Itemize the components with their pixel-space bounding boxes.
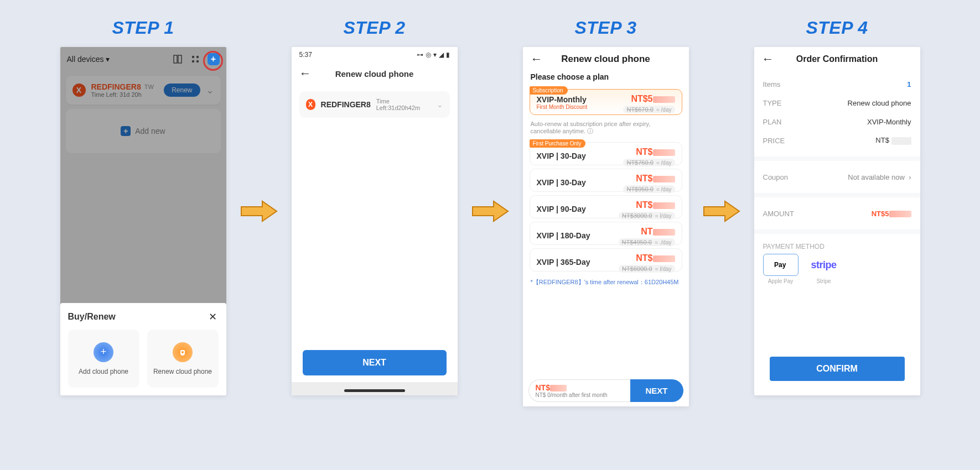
back-icon[interactable]: ←: [762, 52, 774, 66]
arrow-2: [471, 18, 510, 405]
device-row[interactable]: X REDFINGER8 Time Left:31d20h42m ⌄: [299, 91, 450, 118]
footer-price: NT$: [536, 383, 624, 392]
payment-stripe[interactable]: stripe Stripe: [806, 254, 842, 284]
coupon-row[interactable]: CouponNot available now ›: [763, 168, 911, 186]
type-label: TYPE: [763, 99, 782, 107]
plan-365[interactable]: NT$ NT$6000.0 ≈ l/day XVIP | 365-Day: [530, 248, 682, 271]
plan-strike: NT$950.0: [626, 186, 653, 192]
statusbar-time: 5:37: [299, 51, 312, 59]
renewal-note: *【REDFINGER8】's time after renewal：61D20…: [523, 275, 689, 290]
home-indicator: [344, 389, 405, 392]
plan-per: ≈ /day: [656, 186, 671, 192]
device-name: REDFINGER8: [321, 100, 371, 109]
plan-strike: NT$670.0: [626, 106, 653, 113]
plan-per: ≈ ./day: [655, 239, 672, 246]
plan-strike: NT$3000.0: [622, 212, 652, 219]
amount-label: AMOUNT: [763, 210, 794, 218]
payment-method-label: PAYMENT METHOD: [754, 237, 920, 254]
next-button[interactable]: NEXT: [303, 350, 447, 375]
plan-price: NT$: [619, 253, 675, 263]
plan-price: NT$: [623, 147, 675, 157]
renew-phone-icon: [173, 342, 193, 362]
plan-monthly[interactable]: Subscription XVIP-Monthly First Month Di…: [530, 89, 682, 115]
step2-phone: 5:37 ⊶ ◎ ▾ ◢ ▮ ← Renew cloud phone X RED…: [292, 47, 458, 395]
plan-per: ≈ /day: [656, 160, 671, 166]
amount-value: NT$5: [872, 210, 911, 218]
buy-renew-sheet: Buy/Renew ✕ + Add cloud phone Renew clou…: [60, 303, 226, 395]
price-value: NT$: [875, 136, 911, 145]
plan-price: NT$: [619, 200, 675, 210]
page-title: Renew cloud phone: [561, 54, 650, 65]
plan-strike: NT$760.0: [626, 159, 653, 166]
battery-icon: ▮: [446, 51, 450, 59]
device-timeleft: Time Left:31d20h42m: [376, 98, 427, 111]
next-button[interactable]: NEXT: [630, 379, 683, 402]
plan-label: PLAN: [763, 118, 782, 126]
wifi-icon: ▾: [433, 51, 437, 59]
plan-30[interactable]: NT$ NT$950.0 ≈ /day XVIP | 30-Day: [530, 169, 682, 192]
choose-plan-label: Please choose a plan: [523, 71, 689, 86]
auto-renew-note: Auto-renew at subscription price after e…: [523, 118, 689, 139]
subscription-tag: Subscription: [530, 86, 568, 95]
arrow-1: [240, 18, 278, 405]
plan-strike: NT$6000.0: [622, 265, 652, 272]
step3-title: STEP 3: [574, 18, 636, 38]
plan-per: ≈ /day: [656, 107, 671, 113]
plan-per: ≈ l/day: [655, 213, 671, 219]
stripe-caption: Stripe: [816, 278, 831, 284]
payment-applepay[interactable]: Pay Apple Pay: [763, 254, 798, 284]
plan-90[interactable]: NT$ NT$3000.0 ≈ l/day XVIP | 90-Day: [530, 195, 682, 218]
plan-per: ≈ l/day: [655, 266, 671, 272]
applepay-icon: Pay: [763, 254, 798, 276]
chevron-down-icon: ⌄: [437, 100, 443, 109]
applepay-caption: Apple Pay: [768, 278, 794, 284]
plan-value: XVIP-Monthly: [867, 118, 911, 126]
highlight-circle: [203, 51, 223, 71]
page-title: Renew cloud phone: [335, 69, 414, 79]
brand-badge-icon: X: [306, 99, 315, 110]
plan-30-first[interactable]: First Purchase Only NT$ NT$760.0 ≈ /day …: [530, 142, 682, 165]
footer-price-note: NT$ 0/month after first month: [536, 392, 624, 398]
step4-title: STEP 4: [806, 18, 868, 38]
plan-strike: NT$4950.0: [622, 239, 652, 246]
page-title: Order Confirmation: [796, 54, 878, 64]
items-value: 1: [907, 80, 911, 88]
add-phone-label: Add cloud phone: [79, 368, 128, 375]
confirm-button[interactable]: CONFIRM: [770, 357, 905, 381]
coupon-value: Not available now ›: [848, 173, 911, 181]
statusbar-icons: ⊶ ◎ ▾ ◢ ▮: [417, 51, 450, 59]
step1-phone: All devices ▾ + X: [60, 47, 226, 395]
stripe-icon: stripe: [806, 254, 842, 276]
plan-180[interactable]: NT NT$4950.0 ≈ ./day XVIP | 180-Day: [530, 222, 682, 245]
plan-price: NT$: [623, 174, 675, 184]
plan-price: NT$5: [623, 94, 675, 104]
first-purchase-tag: First Purchase Only: [530, 139, 586, 148]
add-phone-icon: +: [94, 342, 113, 362]
step3-phone: ← Renew cloud phone Please choose a plan…: [523, 47, 689, 406]
signal-icon: ◢: [439, 51, 444, 59]
vpn-icon: ◎: [426, 51, 431, 59]
step2-title: STEP 2: [343, 18, 405, 38]
items-label: Items: [763, 80, 781, 88]
renew-phone-label: Renew cloud phone: [153, 368, 212, 375]
add-cloud-phone-option[interactable]: + Add cloud phone: [68, 330, 139, 388]
sheet-title: Buy/Renew: [68, 312, 116, 322]
back-icon[interactable]: ←: [299, 66, 312, 81]
renew-cloud-phone-option[interactable]: Renew cloud phone: [147, 330, 219, 388]
plan-price: NT: [619, 227, 675, 237]
type-value: Renew cloud phone: [848, 99, 911, 107]
step1-title: STEP 1: [112, 18, 174, 38]
link-icon: ⊶: [417, 51, 423, 59]
step4-phone: ← Order Confirmation Items1 TYPERenew cl…: [754, 47, 920, 395]
close-icon[interactable]: ✕: [208, 311, 219, 323]
back-icon[interactable]: ←: [531, 52, 543, 66]
coupon-label: Coupon: [763, 173, 789, 181]
svg-text:Pay: Pay: [774, 261, 786, 269]
price-label: PRICE: [763, 137, 785, 145]
arrow-3: [702, 18, 741, 405]
footer-price-box: NT$ NT$ 0/month after first month: [528, 379, 630, 402]
svg-point-6: [182, 351, 184, 353]
